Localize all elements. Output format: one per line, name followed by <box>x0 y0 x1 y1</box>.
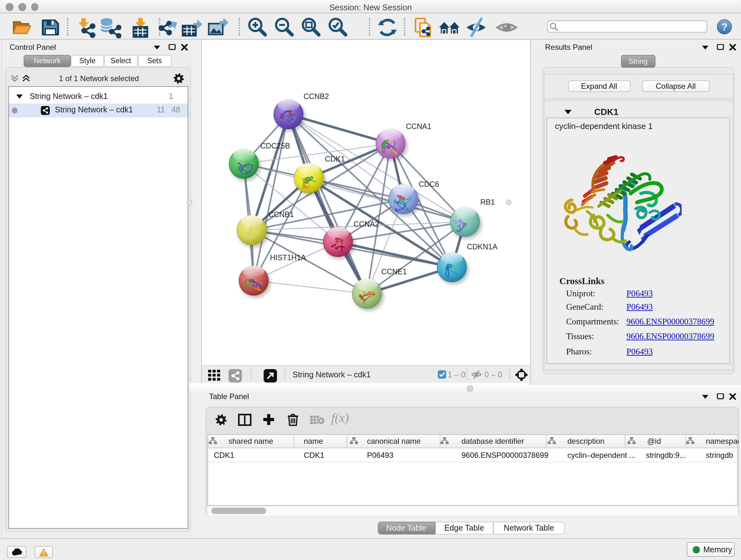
svg-text:CCNA1: CCNA1 <box>406 122 431 130</box>
svg-text:CCNA2: CCNA2 <box>353 220 379 228</box>
svg-text:RB1: RB1 <box>480 198 495 206</box>
svg-text:?: ? <box>721 21 728 33</box>
svg-text:CDK1: CDK1 <box>325 154 345 163</box>
svg-text:HIST1H1A: HIST1H1A <box>270 253 306 261</box>
svg-text:CCNB2: CCNB2 <box>303 92 329 100</box>
svg-text:CDC6: CDC6 <box>418 180 439 188</box>
svg-text:CCNB1: CCNB1 <box>268 210 293 219</box>
svg-text:CCNE1: CCNE1 <box>381 267 407 275</box>
svg-text:CDC25B: CDC25B <box>260 141 290 150</box>
svg-text:CDKN1A: CDKN1A <box>467 242 497 251</box>
